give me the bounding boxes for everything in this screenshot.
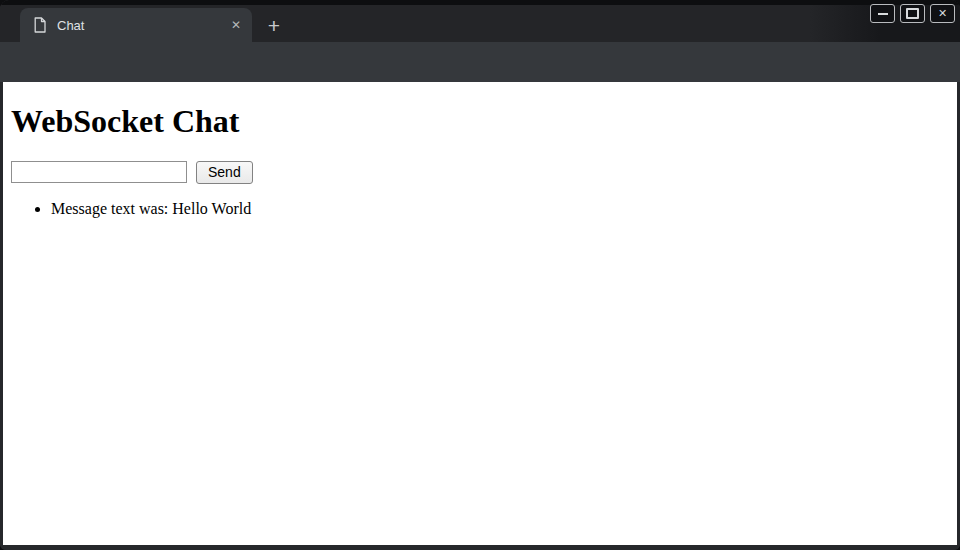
webpage: WebSocket Chat Send Message text was: He… xyxy=(11,103,949,218)
window-frame: WebSocket Chat Send Message text was: He… xyxy=(0,82,960,550)
message-input[interactable] xyxy=(11,161,187,183)
page-title: WebSocket Chat xyxy=(11,103,949,140)
document-icon xyxy=(33,17,47,33)
browser-window: Chat ✕ + ✕ xyxy=(0,0,960,550)
maximize-button[interactable] xyxy=(900,4,925,23)
close-window-button[interactable]: ✕ xyxy=(930,4,955,23)
tab-close-icon[interactable]: ✕ xyxy=(226,15,246,35)
maximize-icon xyxy=(906,8,919,19)
window-top-edge xyxy=(0,0,960,5)
message-item: Message text was: Hello World xyxy=(51,200,949,218)
window-controls: ✕ xyxy=(870,4,955,23)
tab-chat[interactable]: Chat ✕ xyxy=(20,8,252,42)
minimize-button[interactable] xyxy=(870,4,895,23)
new-tab-button[interactable]: + xyxy=(260,12,288,40)
page-viewport: WebSocket Chat Send Message text was: He… xyxy=(3,82,957,545)
send-button[interactable]: Send xyxy=(196,161,253,184)
browser-toolbar: 127.0.0.1:8000 ☆ xyxy=(0,42,960,82)
tab-strip: Chat ✕ + ✕ xyxy=(0,0,960,42)
tab-title: Chat xyxy=(57,18,226,33)
message-list: Message text was: Hello World xyxy=(11,200,949,218)
minimize-icon xyxy=(878,13,888,15)
chat-form: Send xyxy=(11,161,949,184)
